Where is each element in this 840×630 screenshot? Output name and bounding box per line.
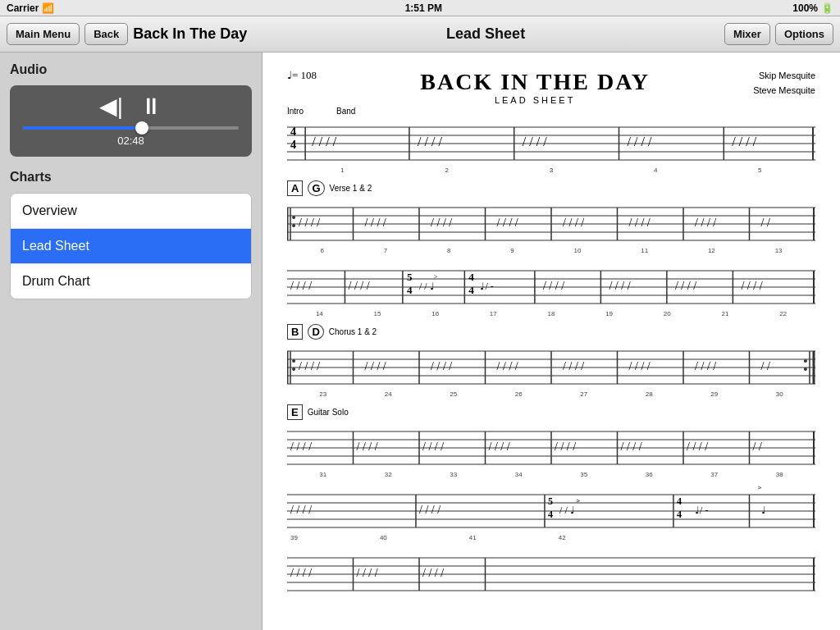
seek-slider-area[interactable] [20, 126, 242, 130]
svg-text:/ / ♩: / / ♩ [419, 281, 435, 292]
music-section-bridge: 5 4 4 4 / / / / / / / / / / ♩ > ♩/ - / [287, 261, 815, 317]
svg-text:/ /: / / [761, 216, 770, 229]
composer2: Steve Mesquite [753, 84, 815, 98]
section-marker-a: A [287, 180, 303, 196]
svg-text:/ / / /: / / / / [609, 279, 630, 292]
svg-text:♩: ♩ [761, 504, 766, 516]
svg-text:/ / / /: / / / / [629, 216, 651, 229]
nav-title-left: Back In The Day [133, 25, 247, 43]
svg-text:/ / / /: / / / / [741, 279, 762, 292]
section-marker-e: E [287, 404, 303, 420]
player-controls: ◀︎| ⏸ [20, 95, 242, 118]
svg-text:/ / / /: / / / / [299, 216, 320, 229]
svg-text:5: 5 [548, 495, 553, 507]
section-marker-d: D [308, 324, 323, 340]
composer1: Skip Mesquite [753, 69, 815, 84]
svg-text:/ / / /: / / / / [621, 440, 642, 453]
svg-text:4: 4 [468, 284, 474, 296]
wifi-icon: 📶 [42, 2, 54, 14]
mixer-button[interactable]: Mixer [724, 23, 770, 45]
nav-left: Main Menu Back Back In The Day [7, 23, 247, 45]
svg-text:/ / / /: / / / / [555, 440, 576, 453]
svg-text:/ / / /: / / / / [497, 216, 518, 229]
bar-numbers-intro: 12345 [287, 167, 815, 174]
carrier-signal: Carrier 📶 [7, 2, 54, 14]
svg-text:/ / / /: / / / / [290, 440, 312, 453]
svg-text:/ / / /: / / / / [422, 566, 444, 579]
svg-text:/ / / /: / / / / [290, 503, 312, 516]
music-section-verse: A G Verse 1 & 2 [287, 180, 815, 254]
options-button[interactable]: Options [775, 23, 833, 45]
svg-text:/ / / /: / / / / [543, 279, 564, 292]
sheet-title-area: BACK IN THE DAY LEAD SHEET [317, 69, 753, 105]
svg-text:/ / / /: / / / / [365, 359, 386, 372]
chart-item-overview[interactable]: Overview [11, 194, 251, 229]
svg-text:/ / / /: / / / / [419, 503, 441, 516]
back-button[interactable]: Back [84, 23, 128, 45]
svg-text:4: 4 [677, 509, 682, 520]
staff-bridge: 5 4 4 4 / / / / / / / / / / ♩ > ♩/ - / [287, 261, 815, 306]
staff-intro: 4 4 / / / / / / / / [287, 117, 815, 162]
chart-item-lead-sheet[interactable]: Lead Sheet [11, 229, 251, 264]
svg-text:/ / / /: / / / / [290, 279, 312, 292]
nav-right: Mixer Options [724, 23, 833, 45]
bar-numbers-bridge2: 39404142 [287, 534, 815, 541]
bar-numbers-chorus: 2324252627282930 [287, 390, 815, 398]
svg-text:/ / / /: / / / / [489, 440, 510, 453]
svg-text:/ / / /: / / / / [695, 216, 716, 229]
audio-section-title: Audio [10, 62, 252, 77]
status-bar: Carrier 📶 1:51 PM 100% 🔋 [0, 0, 840, 16]
svg-point-87 [804, 359, 807, 363]
svg-text:/ / / /: / / / / [675, 279, 696, 292]
main-layout: Audio ◀︎| ⏸ 02:48 Charts Overview Lead S… [0, 52, 840, 630]
music-section-intro: Intro Band 4 4 [287, 107, 815, 174]
svg-text:♩/ -: ♩/ - [480, 281, 493, 292]
section-marker-g: G [308, 180, 324, 196]
svg-text:/ / / /: / / / / [422, 440, 444, 453]
svg-text:/ / / /: / / / / [357, 566, 378, 579]
chart-list: Overview Lead Sheet Drum Chart [10, 193, 252, 299]
svg-text:5: 5 [407, 271, 413, 283]
guitar-solo-label: Guitar Solo [308, 408, 349, 417]
svg-text:♩/ -: ♩/ - [695, 504, 708, 516]
slider-track [23, 126, 239, 130]
nav-bar: Main Menu Back Back In The Day Lead Shee… [0, 16, 840, 52]
svg-text:/ /: / / [753, 440, 762, 453]
status-time: 1:51 PM [405, 2, 442, 14]
svg-text:/ / / /: / / / / [418, 135, 443, 148]
staff-bridge2: 5 4 4 4 / / / / / / / / / / ♩ > ♩/ - ♩ > [287, 485, 815, 530]
svg-text:4: 4 [290, 125, 296, 138]
battery-icon: 🔋 [821, 2, 833, 14]
staff-guitar-solo: / / / / / / / / / / / / / / / / / / / / … [287, 422, 815, 467]
svg-text:/ / / /: / / / / [695, 359, 716, 372]
svg-text:4: 4 [468, 271, 474, 283]
left-panel: Audio ◀︎| ⏸ 02:48 Charts Overview Lead S… [0, 52, 262, 630]
svg-text:4: 4 [677, 495, 682, 507]
pause-button[interactable]: ⏸ [139, 95, 162, 118]
svg-text:/ / / /: / / / / [290, 566, 312, 579]
svg-text:/ / / /: / / / / [431, 359, 452, 372]
chart-item-drum-chart[interactable]: Drum Chart [11, 264, 251, 299]
svg-text:/ / / /: / / / / [563, 359, 584, 372]
player-time: 02:48 [20, 135, 242, 147]
svg-text:>: > [434, 273, 438, 281]
svg-text:/ / / /: / / / / [523, 135, 548, 148]
slider-thumb [135, 121, 148, 135]
rewind-button[interactable]: ◀︎| [99, 95, 123, 118]
svg-point-25 [292, 216, 295, 219]
sheet-subtitle: LEAD SHEET [317, 95, 753, 105]
carrier-text: Carrier [7, 2, 39, 14]
audio-player: ◀︎| ⏸ 02:48 [10, 85, 252, 157]
chorus-label: Chorus 1 & 2 [329, 327, 377, 336]
svg-text:4: 4 [290, 138, 296, 151]
svg-text:4: 4 [548, 509, 553, 520]
svg-text:/ / / /: / / / / [687, 440, 708, 453]
svg-point-26 [292, 224, 295, 227]
bar-numbers-bridge: 141516171819202122 [287, 310, 815, 317]
intro-label: Intro [287, 107, 304, 116]
svg-text:/ / / /: / / / / [365, 216, 386, 229]
svg-text:/ / / /: / / / / [628, 135, 653, 148]
charts-section-title: Charts [10, 170, 252, 185]
main-menu-button[interactable]: Main Menu [7, 23, 80, 45]
sheet-main-title: BACK IN THE DAY [317, 69, 753, 95]
